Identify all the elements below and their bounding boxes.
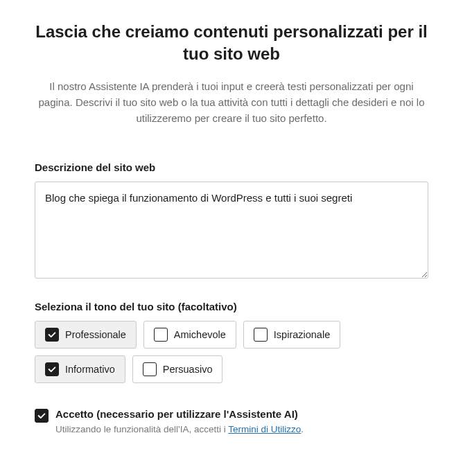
accept-row: Accetto (necessario per utilizzare l'Ass… — [35, 408, 428, 434]
tone-option-inspirational[interactable]: Ispirazionale — [243, 321, 340, 349]
tone-option-label: Ispirazionale — [274, 329, 330, 340]
tone-label: Seleziona il tono del tuo sito (facoltat… — [35, 301, 428, 312]
tone-option-label: Amichevole — [174, 329, 226, 340]
description-label: Descrizione del sito web — [35, 161, 428, 173]
accept-label: Accetto (necessario per utilizzare l'Ass… — [55, 408, 428, 420]
checkbox-icon — [254, 328, 268, 342]
accept-subtext: Utilizzando le funzionalità dell'IA, acc… — [55, 424, 428, 434]
tone-option-friendly[interactable]: Amichevole — [143, 321, 236, 349]
tone-options: Professionale Amichevole Ispirazionale I… — [35, 321, 428, 383]
accept-sub-prefix: Utilizzando le funzionalità dell'IA, acc… — [55, 424, 228, 434]
terms-link[interactable]: Termini di Utilizzo — [228, 424, 301, 434]
description-input[interactable] — [35, 182, 428, 279]
accept-checkbox[interactable] — [35, 409, 49, 423]
checkbox-icon — [45, 328, 59, 342]
tone-option-label: Persuasivo — [163, 364, 213, 375]
checkbox-icon — [45, 362, 59, 376]
tone-option-label: Informativo — [65, 364, 115, 375]
tone-option-informative[interactable]: Informativo — [35, 355, 125, 383]
checkbox-icon — [143, 362, 157, 376]
checkbox-icon — [154, 328, 168, 342]
tone-option-label: Professionale — [65, 329, 126, 340]
tone-option-professional[interactable]: Professionale — [35, 321, 137, 349]
accept-sub-suffix: . — [301, 424, 304, 434]
tone-option-persuasive[interactable]: Persuasivo — [132, 355, 223, 383]
page-title: Lascia che creiamo contenuti personalizz… — [35, 21, 428, 66]
page-subtitle: Il nostro Assistente IA prenderà i tuoi … — [35, 78, 428, 127]
